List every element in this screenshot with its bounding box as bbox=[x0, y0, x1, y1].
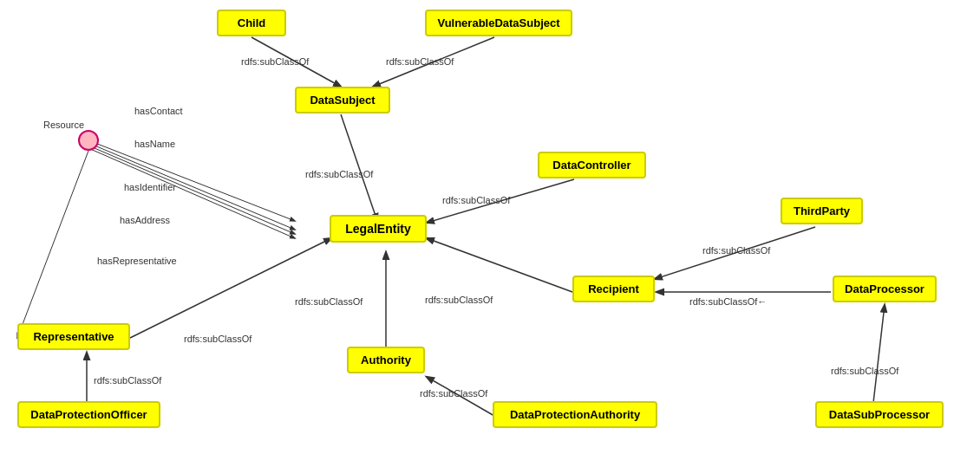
edge-label-dsp-subclass: rdfs:subClassOf bbox=[831, 366, 898, 376]
node-child: Child bbox=[217, 10, 286, 36]
node-data-processor: DataProcessor bbox=[833, 276, 937, 302]
edge-label-vulnerable-subclass: rdfs:subClassOf bbox=[386, 56, 454, 67]
node-data-protection-authority: DataProtectionAuthority bbox=[493, 401, 657, 428]
edge-label-child-subclass: rdfs:subClassOf bbox=[241, 56, 309, 67]
edge-label-dataprocessor-subclass: rdfs:subClassOf← bbox=[689, 296, 767, 307]
node-representative: Representative bbox=[17, 323, 130, 350]
edge-label-dpo-subclass: rdfs:subClassOf bbox=[94, 375, 161, 386]
edge-label-datasubject-subclass: rdfs:subClassOf bbox=[305, 169, 373, 179]
edge-label-recipient-subclass: rdfs:subClassOf bbox=[425, 295, 493, 305]
resource-node bbox=[78, 130, 99, 151]
resource-label: Resource bbox=[43, 120, 84, 130]
node-vulnerable-data-subject: VulnerableDataSubject bbox=[425, 10, 572, 36]
edge-label-dpa-subclass: rdfs:subClassOf bbox=[420, 388, 487, 399]
node-data-controller: DataController bbox=[538, 152, 646, 178]
edge-label-has-contact: hasContact bbox=[134, 106, 183, 116]
edge-label-has-name: hasName bbox=[134, 139, 175, 149]
svg-line-5 bbox=[427, 238, 572, 292]
node-authority: Authority bbox=[347, 347, 425, 373]
edge-label-has-identifier: hasIdentifier bbox=[124, 182, 176, 192]
node-data-subject: DataSubject bbox=[295, 87, 390, 114]
edge-label-has-representative: hasRepresentative bbox=[97, 256, 177, 266]
svg-line-2 bbox=[341, 114, 377, 221]
node-data-protection-officer: DataProtectionOfficer bbox=[17, 401, 160, 428]
diagram-container: Resource Child VulnerableDataSubject Dat… bbox=[0, 0, 980, 467]
node-data-sub-processor: DataSubProcessor bbox=[815, 401, 944, 428]
edge-label-representative-subclass: rdfs:subClassOf bbox=[184, 334, 252, 344]
edge-label-datacontroller-subclass: rdfs:subClassOf bbox=[442, 195, 510, 205]
edge-label-authority-subclass: rdfs:subClassOf bbox=[295, 296, 363, 307]
node-third-party: ThirdParty bbox=[781, 198, 863, 224]
edge-label-has-address: hasAddress bbox=[120, 215, 170, 225]
edges-svg bbox=[0, 0, 980, 467]
svg-line-8 bbox=[130, 238, 331, 338]
svg-line-11 bbox=[873, 305, 885, 403]
svg-line-16 bbox=[17, 151, 88, 338]
svg-line-12 bbox=[88, 140, 295, 221]
node-recipient: Recipient bbox=[572, 276, 655, 302]
node-legal-entity: LegalEntity bbox=[330, 215, 427, 243]
edge-label-thirdparty-subclass: rdfs:subClassOf bbox=[702, 245, 770, 256]
